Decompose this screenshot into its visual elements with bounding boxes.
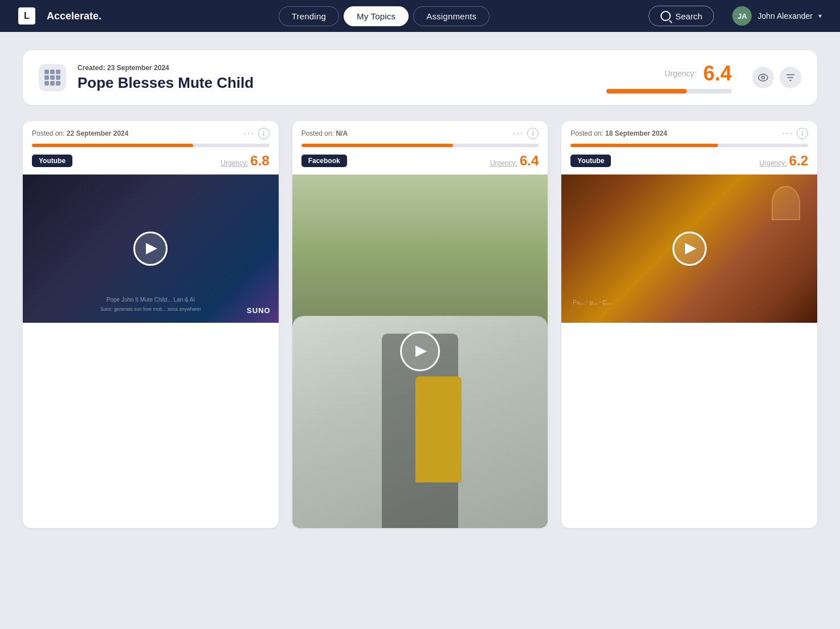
card-2-play-button[interactable] — [400, 331, 440, 371]
topic-header: Created: 23 September 2024 Pope Blesses … — [23, 50, 817, 105]
svg-point-1 — [762, 76, 765, 79]
card-1-platform-row: Youtube Urgency: 6.8 — [32, 153, 270, 169]
nav-links: Trending My Topics Assignments — [129, 6, 639, 26]
card-2-urgency-value: 6.4 — [520, 153, 539, 169]
card-3-media[interactable]: Pa... · p... · C... — [561, 175, 817, 323]
grid-icon — [44, 70, 60, 86]
card-1-media[interactable]: Pope John II Mute Child... Lan & Al Suno… — [23, 175, 279, 323]
card-1-more-icon[interactable]: ··· — [243, 128, 254, 139]
card-1-meta-row: Posted on: 22 September 2024 ··· i — [32, 128, 270, 139]
card-3-info-icon[interactable]: i — [797, 128, 808, 139]
filter-icon — [786, 74, 795, 82]
card-3-urgency-bar-track — [570, 144, 808, 147]
card-1-info-icon[interactable]: i — [258, 128, 270, 139]
card-2: Posted on: N/A ··· i Facebook Urgency: 6… — [292, 121, 548, 528]
play-triangle-icon — [685, 243, 696, 254]
topic-icon-box — [39, 64, 66, 91]
logo-box: L — [18, 7, 35, 25]
user-name: John Alexander — [757, 11, 813, 21]
card-2-platform-row: Facebook Urgency: 6.4 — [301, 153, 539, 169]
urgency-block: Urgency: 6.4 — [606, 62, 732, 94]
card-2-media[interactable] — [292, 175, 548, 528]
card-1-urgency-row: Urgency: 6.8 — [221, 153, 269, 169]
search-button[interactable]: Search — [649, 6, 715, 26]
topic-info: Created: 23 September 2024 Pope Blesses … — [78, 64, 595, 92]
card-1-urgency-bar-fill — [32, 144, 193, 147]
card-2-header: Posted on: N/A ··· i Facebook Urgency: 6… — [292, 121, 548, 169]
card-3-platform: Youtube — [570, 155, 611, 167]
card-2-urgency-row: Urgency: 6.4 — [490, 153, 539, 169]
card-2-urgency-bar-track — [301, 144, 539, 147]
card-1-urgency-label: Urgency: — [221, 159, 248, 167]
nav-trending[interactable]: Trending — [279, 6, 339, 26]
card-3-meta-icons: ··· i — [782, 128, 808, 139]
card-1-header: Posted on: 22 September 2024 ··· i Youtu… — [23, 121, 279, 169]
card-2-meta-row: Posted on: N/A ··· i — [301, 128, 539, 139]
card-2-posted-on: Posted on: N/A — [301, 129, 348, 137]
card-3-urgency-label: Urgency: — [760, 159, 787, 167]
card-3-urgency-value: 6.2 — [789, 153, 808, 169]
topic-created-label: Created: 23 September 2024 — [78, 64, 595, 72]
urgency-label: Urgency: — [664, 69, 696, 78]
chevron-down-icon: ▾ — [818, 12, 822, 20]
card-2-urgency-bar-fill — [301, 144, 454, 147]
logo-letter: L — [24, 11, 30, 21]
card-3-play-button[interactable] — [672, 232, 707, 266]
card-3-urgency-row: Urgency: 6.2 — [760, 153, 808, 169]
card-3: Posted on: 18 September 2024 ··· i Youtu… — [561, 121, 817, 528]
card-3-urgency-bar-fill — [570, 144, 717, 147]
card-2-posted-date: N/A — [336, 129, 348, 137]
user-menu[interactable]: JA John Alexander ▾ — [732, 6, 822, 26]
card-3-meta-row: Posted on: 18 September 2024 ··· i — [570, 128, 808, 139]
topic-created-date: 23 September 2024 — [107, 64, 169, 72]
urgency-bar-fill — [606, 89, 687, 94]
nav-assignments[interactable]: Assignments — [413, 6, 490, 26]
card-3-header: Posted on: 18 September 2024 ··· i Youtu… — [561, 121, 817, 169]
card-1: Posted on: 22 September 2024 ··· i Youtu… — [23, 121, 279, 528]
search-label: Search — [675, 11, 703, 21]
card-3-more-icon[interactable]: ··· — [782, 128, 793, 139]
card-1-posted-date: 22 September 2024 — [67, 129, 129, 137]
card-3-platform-row: Youtube Urgency: 6.2 — [570, 153, 808, 169]
topic-urgency-section: Urgency: 6.4 — [606, 62, 732, 94]
eye-icon — [758, 74, 768, 82]
svg-point-0 — [759, 74, 768, 81]
card-2-meta-icons: ··· i — [513, 128, 539, 139]
play-triangle-icon — [415, 346, 427, 357]
play-triangle-icon — [146, 243, 157, 254]
card-3-posted-date: 18 September 2024 — [605, 129, 667, 137]
urgency-value: 6.4 — [703, 62, 732, 86]
topic-title: Pope Blesses Mute Child — [78, 74, 595, 92]
card-1-urgency-value: 6.8 — [250, 153, 269, 169]
card-1-posted-on: Posted on: 22 September 2024 — [32, 129, 128, 137]
card-2-more-icon[interactable]: ··· — [513, 128, 524, 139]
avatar: JA — [732, 6, 752, 26]
card-2-platform: Facebook — [301, 155, 347, 167]
card-1-play-button[interactable] — [133, 232, 168, 266]
header-actions — [752, 67, 801, 88]
card-1-video-overlay: Pope John II Mute Child... Lan & Al Suno… — [23, 295, 279, 314]
card-3-posted-on: Posted on: 18 September 2024 — [570, 129, 667, 137]
card-1-meta-icons: ··· i — [243, 128, 269, 139]
suno-badge: SUNO — [247, 306, 271, 315]
card-2-urgency-label: Urgency: — [490, 159, 517, 167]
filter-button[interactable] — [780, 67, 801, 88]
card-1-platform: Youtube — [32, 155, 72, 167]
card-2-info-icon[interactable]: i — [527, 128, 539, 139]
card-1-urgency-bar-track — [32, 144, 270, 147]
main-content: Created: 23 September 2024 Pope Blesses … — [0, 32, 840, 546]
brand-name: Accelerate. — [47, 10, 101, 22]
nav-my-topics[interactable]: My Topics — [344, 6, 409, 26]
urgency-row: Urgency: 6.4 — [664, 62, 732, 86]
navbar: L Accelerate. Trending My Topics Assignm… — [0, 0, 840, 32]
cards-grid: Posted on: 22 September 2024 ··· i Youtu… — [23, 121, 817, 528]
search-icon — [660, 11, 671, 21]
eye-button[interactable] — [752, 67, 774, 88]
urgency-bar-track — [606, 89, 732, 94]
